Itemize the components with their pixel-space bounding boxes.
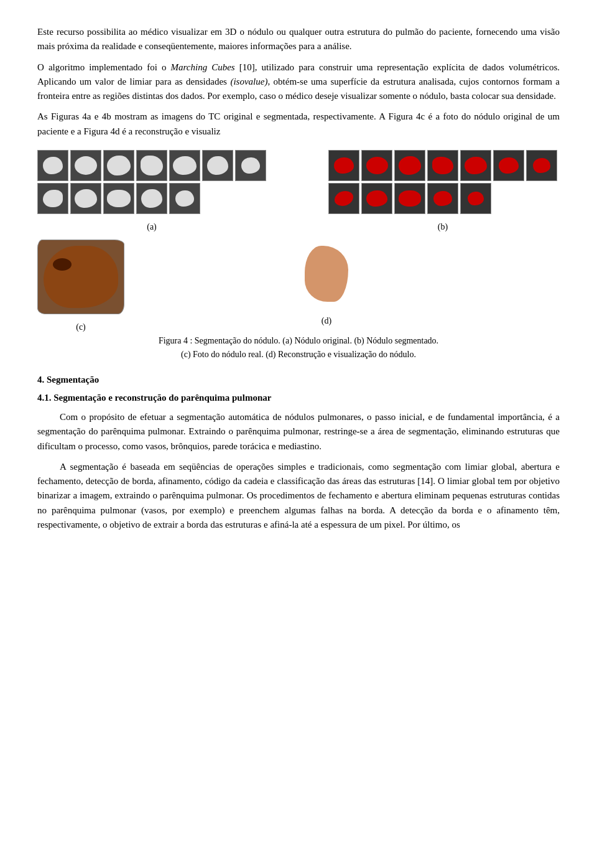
fig-label-c: (c): [76, 320, 86, 334]
figures-row-ab: (a) (b): [37, 150, 560, 234]
fig-cell-b1: [328, 150, 359, 181]
fig-cell-b13-empty: [493, 183, 524, 214]
figure-c-col: (c): [37, 240, 124, 334]
fig-cell-a3: [103, 150, 134, 181]
subsection-41-heading: 4.1. Segmentação e reconstrução do parên…: [37, 391, 560, 405]
figure-d-shape: [305, 246, 348, 302]
fig-cell-a4: [136, 150, 167, 181]
paragraph-4: Com o propósito de efetuar a segmentação…: [37, 410, 560, 454]
fig-cell-b10: [394, 183, 425, 214]
fig-label-a: (a): [147, 220, 157, 234]
fig-cell-b6: [493, 150, 524, 181]
figure-c-image: [37, 240, 124, 314]
fig-label-d: (d): [322, 314, 331, 328]
paragraph-1: Este recurso possibilita ao médico visua…: [37, 25, 560, 54]
fig-cell-a14-empty: [235, 183, 266, 214]
figure-b-grid: [328, 150, 557, 214]
figure-paragraph-block: As Figuras 4a e 4b mostram as imagens do…: [37, 110, 560, 334]
fig-cell-a13-empty: [202, 183, 233, 214]
fig-cell-a6: [202, 150, 233, 181]
section-4-heading: 4. Segmentação: [37, 373, 560, 387]
fig-cell-a7: [235, 150, 266, 181]
fig-cell-a8: [37, 183, 68, 214]
fig-cell-a2: [70, 150, 101, 181]
text-p3: As Figuras 4a e 4b mostram as imagens do…: [37, 111, 560, 136]
fig-cell-b3: [394, 150, 425, 181]
fig-cell-b2: [361, 150, 392, 181]
paragraph-3-start: As Figuras 4a e 4b mostram as imagens do…: [37, 110, 560, 139]
fig-cell-b12: [460, 183, 491, 214]
text-marching-cubes: Marching Cubes: [171, 62, 235, 72]
figure-a-grid: [37, 150, 266, 214]
fig-cell-b9: [361, 183, 392, 214]
fig-cell-b11: [427, 183, 458, 214]
fig-cell-b7: [526, 150, 557, 181]
caption-line1: Figura 4 : Segmentação do nódulo. (a) Nó…: [37, 334, 560, 348]
text-p5: A segmentação é baseada em seqüências de…: [37, 462, 560, 530]
fig-cell-a11: [136, 183, 167, 214]
fig-cell-b14-empty: [526, 183, 557, 214]
fig-cell-a1: [37, 150, 68, 181]
fig-cell-a5: [169, 150, 200, 181]
text-p4: Com o propósito de efetuar a segmentação…: [37, 412, 560, 451]
fig-cell-b4: [427, 150, 458, 181]
fig-label-b: (b): [438, 220, 448, 234]
paragraph-5: A segmentação é baseada em seqüências de…: [37, 460, 560, 532]
fig-cell-a12: [169, 183, 200, 214]
text-p1: Este recurso possibilita ao médico visua…: [37, 27, 560, 51]
figure-caption: Figura 4 : Segmentação do nódulo. (a) Nó…: [37, 334, 560, 361]
figures-row-cd: (c) (d): [37, 240, 560, 334]
fig-cell-b8: [328, 183, 359, 214]
text-p2-prefix: O algoritmo implementado foi o: [37, 62, 171, 72]
figure-d-col: (d): [298, 240, 354, 328]
paragraph-2: O algoritmo implementado foi o Marching …: [37, 60, 560, 104]
text-isovalue: (isovalue): [230, 77, 267, 86]
figure-a-col: (a): [37, 150, 266, 234]
fig-cell-a10: [103, 183, 134, 214]
fig-cell-a9: [70, 183, 101, 214]
fig-cell-b5: [460, 150, 491, 181]
figure-d-image: [298, 240, 354, 308]
figure-c-shape: [44, 246, 118, 308]
figure-b-col: (b): [328, 150, 557, 234]
caption-line2: (c) Foto do nódulo real. (d) Reconstruçã…: [37, 348, 560, 362]
